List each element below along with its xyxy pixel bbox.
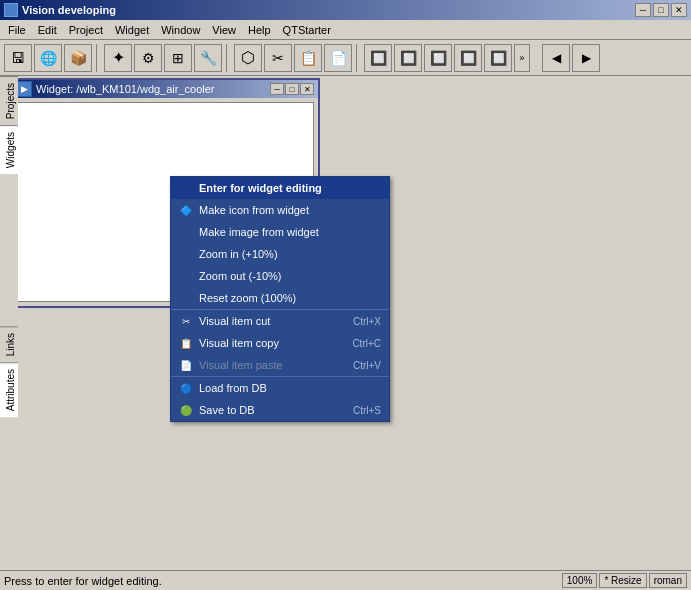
status-right: 100% * Resize roman — [562, 573, 687, 588]
ctx-make-image-icon — [179, 225, 193, 239]
app-icon — [4, 3, 18, 17]
ctx-visual-copy-icon: 📋 — [179, 336, 193, 350]
ctx-visual-cut-shortcut: Ctrl+X — [353, 316, 381, 327]
ctx-visual-paste: 📄 Visual item paste Ctrl+V — [171, 354, 389, 376]
menu-view[interactable]: View — [206, 22, 242, 38]
toolbar-btn-9[interactable]: 📋 — [294, 44, 322, 72]
ctx-zoom-out-icon — [179, 269, 193, 283]
ctx-zoom-out[interactable]: Zoom out (-10%) — [171, 265, 389, 287]
menu-qtstarter[interactable]: QTStarter — [277, 22, 337, 38]
tab-widgets[interactable]: Widgets — [0, 125, 18, 174]
context-menu: Enter for widget editing 🔷 Make icon fro… — [170, 176, 390, 422]
ctx-visual-cut[interactable]: ✂ Visual item cut Ctrl+X — [171, 309, 389, 332]
status-mode: roman — [649, 573, 687, 588]
ctx-make-icon[interactable]: 🔷 Make icon from widget — [171, 199, 389, 221]
ctx-make-image[interactable]: Make image from widget — [171, 221, 389, 243]
ctx-load-db[interactable]: 🔵 Load from DB — [171, 376, 389, 399]
ctx-visual-copy-label: Visual item copy — [199, 337, 346, 349]
ctx-enter-edit-icon — [179, 181, 193, 195]
nav-back-button[interactable]: ◀ — [542, 44, 570, 72]
widget-title-bar: ▶ Widget: /wlb_KM101/wdg_air_cooler ─ □ … — [12, 80, 318, 98]
ctx-reset-zoom-icon — [179, 291, 193, 305]
widget-window-icon: ▶ — [16, 81, 32, 97]
toolbar-btn-11[interactable]: 🔲 — [364, 44, 392, 72]
ctx-visual-paste-label: Visual item paste — [199, 359, 347, 371]
toolbar-btn-12[interactable]: 🔲 — [394, 44, 422, 72]
menu-window[interactable]: Window — [155, 22, 206, 38]
status-zoom: 100% — [562, 573, 598, 588]
ctx-reset-zoom-label: Reset zoom (100%) — [199, 292, 375, 304]
ctx-make-icon-icon: 🔷 — [179, 203, 193, 217]
widget-maximize-btn[interactable]: □ — [285, 83, 299, 95]
toolbar-btn-14[interactable]: 🔲 — [454, 44, 482, 72]
title-bar-buttons: ─ □ ✕ — [635, 3, 687, 17]
widget-title-text: Widget: /wlb_KM101/wdg_air_cooler — [36, 83, 215, 95]
status-text: Press to enter for widget editing. — [4, 575, 162, 587]
ctx-reset-zoom[interactable]: Reset zoom (100%) — [171, 287, 389, 309]
toolbar-btn-1[interactable]: 🌐 — [34, 44, 62, 72]
toolbar-btn-7[interactable]: ⬡ — [234, 44, 262, 72]
ctx-save-db[interactable]: 🟢 Save to DB Ctrl+S — [171, 399, 389, 421]
app-title: Vision developing — [22, 4, 116, 16]
menu-project[interactable]: Project — [63, 22, 109, 38]
toolbar-btn-8[interactable]: ✂ — [264, 44, 292, 72]
ctx-save-db-shortcut: Ctrl+S — [353, 405, 381, 416]
nav-fwd-button[interactable]: ▶ — [572, 44, 600, 72]
side-tabs-top: Projects Widgets — [0, 76, 18, 326]
ctx-zoom-out-label: Zoom out (-10%) — [199, 270, 375, 282]
ctx-visual-copy[interactable]: 📋 Visual item copy Ctrl+C — [171, 332, 389, 354]
ctx-make-icon-label: Make icon from widget — [199, 204, 375, 216]
ctx-visual-cut-icon: ✂ — [179, 314, 193, 328]
menu-bar: File Edit Project Widget Window View Hel… — [0, 20, 691, 40]
toolbar-separator-3 — [356, 44, 360, 72]
toolbar-separator-1 — [96, 44, 100, 72]
toolbar: 🖫 🌐 📦 ✦ ⚙ ⊞ 🔧 ⬡ ✂ 📋 📄 🔲 🔲 🔲 🔲 🔲 » ◀ ▶ — [0, 40, 691, 76]
toolbar-btn-6[interactable]: 🔧 — [194, 44, 222, 72]
widget-title-left: ▶ Widget: /wlb_KM101/wdg_air_cooler — [16, 81, 215, 97]
toolbar-btn-5[interactable]: ⊞ — [164, 44, 192, 72]
ctx-make-image-label: Make image from widget — [199, 226, 375, 238]
right-content: ▶ Widget: /wlb_KM101/wdg_air_cooler ─ □ … — [0, 76, 691, 590]
ctx-load-db-icon: 🔵 — [179, 381, 193, 395]
minimize-button[interactable]: ─ — [635, 3, 651, 17]
menu-help[interactable]: Help — [242, 22, 277, 38]
widget-title-buttons: ─ □ ✕ — [270, 83, 314, 95]
ctx-save-db-icon: 🟢 — [179, 403, 193, 417]
ctx-zoom-in-label: Zoom in (+10%) — [199, 248, 375, 260]
maximize-button[interactable]: □ — [653, 3, 669, 17]
ctx-zoom-in[interactable]: Zoom in (+10%) — [171, 243, 389, 265]
toolbar-btn-2[interactable]: 📦 — [64, 44, 92, 72]
toolbar-btn-3[interactable]: ✦ — [104, 44, 132, 72]
ctx-enter-edit-label: Enter for widget editing — [199, 182, 375, 194]
menu-file[interactable]: File — [2, 22, 32, 38]
ctx-enter-edit[interactable]: Enter for widget editing — [171, 177, 389, 199]
title-bar: Vision developing ─ □ ✕ — [0, 0, 691, 20]
toolbar-btn-13[interactable]: 🔲 — [424, 44, 452, 72]
menu-widget[interactable]: Widget — [109, 22, 155, 38]
close-button[interactable]: ✕ — [671, 3, 687, 17]
status-bar: Press to enter for widget editing. 100% … — [0, 570, 691, 590]
status-resize: * Resize — [599, 573, 646, 588]
ctx-visual-copy-shortcut: Ctrl+C — [352, 338, 381, 349]
tab-attributes[interactable]: Attributes — [0, 362, 18, 417]
tab-projects[interactable]: Projects — [0, 76, 18, 125]
widget-minimize-btn[interactable]: ─ — [270, 83, 284, 95]
ctx-visual-paste-shortcut: Ctrl+V — [353, 360, 381, 371]
side-tabs-bottom: Links Attributes — [0, 326, 18, 570]
toolbar-overflow[interactable]: » — [514, 44, 530, 72]
toolbar-btn-10[interactable]: 📄 — [324, 44, 352, 72]
ctx-load-db-label: Load from DB — [199, 382, 375, 394]
toolbar-btn-0[interactable]: 🖫 — [4, 44, 32, 72]
ctx-zoom-in-icon — [179, 247, 193, 261]
title-bar-left: Vision developing — [4, 3, 116, 17]
widget-close-btn[interactable]: ✕ — [300, 83, 314, 95]
toolbar-separator-2 — [226, 44, 230, 72]
ctx-visual-cut-label: Visual item cut — [199, 315, 347, 327]
ctx-save-db-label: Save to DB — [199, 404, 347, 416]
main-area: Projects Widgets Widgets ▫ ✕ Name Type +… — [0, 76, 691, 590]
toolbar-btn-15[interactable]: 🔲 — [484, 44, 512, 72]
tab-links[interactable]: Links — [0, 326, 18, 362]
toolbar-btn-4[interactable]: ⚙ — [134, 44, 162, 72]
menu-edit[interactable]: Edit — [32, 22, 63, 38]
ctx-visual-paste-icon: 📄 — [179, 358, 193, 372]
